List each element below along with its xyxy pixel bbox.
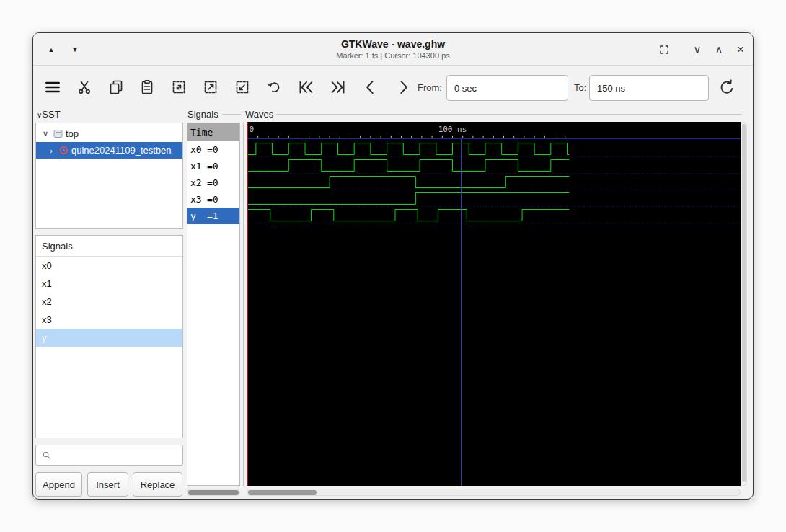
list-item-x0[interactable]: x0 — [36, 257, 182, 275]
close-icon: × — [737, 43, 744, 57]
desktop: ▲ ▼ GTKWave - wave.ghw Marker: 1 fs | Cu… — [0, 0, 786, 532]
paste-button[interactable] — [136, 76, 158, 98]
zoom-fit-button[interactable] — [168, 76, 190, 98]
list-item-x3[interactable]: x3 — [36, 311, 182, 329]
zoom-out-selection-icon — [234, 79, 251, 96]
hamburger-menu-icon — [43, 78, 62, 97]
list-item-x1[interactable]: x1 — [36, 275, 182, 293]
svg-text:0: 0 — [250, 125, 255, 134]
skip-to-end-button[interactable] — [327, 76, 349, 98]
reload-icon — [717, 78, 736, 97]
scrollbar-thumb[interactable] — [248, 490, 317, 495]
list-item-x2[interactable]: x2 — [36, 293, 182, 311]
marker-cursor-status: Marker: 1 fs | Cursor: 104300 ps — [33, 51, 753, 60]
menu-button[interactable] — [42, 76, 63, 98]
clipboard-paste-icon — [138, 79, 156, 96]
chevron-left-icon — [361, 78, 380, 97]
pane-splitter[interactable] — [243, 123, 244, 486]
signals-frame-label: Signals — [187, 109, 218, 120]
zoom-undo-button[interactable] — [263, 76, 285, 98]
expander-open-icon: ∨ — [40, 129, 50, 138]
replace-button[interactable]: Replace — [133, 472, 182, 497]
maximize-button[interactable]: ∧ — [710, 40, 728, 59]
sst-header[interactable]: ∨SST — [37, 109, 61, 120]
frame-line — [222, 114, 241, 115]
chevron-up-icon: ∧ — [715, 43, 723, 56]
module-icon — [53, 129, 63, 138]
sst-node-top[interactable]: ∨ top — [36, 125, 182, 142]
sst-tree-panel: ∨ top › quine20241109_testben — [35, 123, 183, 229]
search-input[interactable] — [56, 445, 182, 465]
signal-name-pane: Time x0=0 x1=0 x2=0 x3=0 y=1 — [187, 123, 240, 486]
zoom-in-button[interactable] — [200, 76, 221, 98]
insert-button[interactable]: Insert — [87, 472, 128, 497]
expander-closed-icon: › — [46, 146, 56, 155]
search-icon — [42, 450, 51, 461]
waves-frame-label: Waves — [245, 109, 273, 120]
signal-list-header: Signals — [36, 236, 182, 257]
list-item-y[interactable]: y — [36, 329, 182, 347]
skip-to-start-button[interactable] — [295, 76, 317, 98]
to-label: To: — [574, 82, 586, 93]
copy-button[interactable] — [105, 76, 127, 98]
signal-row-x0[interactable]: x0=0 — [187, 141, 239, 158]
from-label: From: — [418, 82, 442, 93]
fit-window-icon — [656, 42, 672, 58]
previous-edge-button[interactable] — [360, 76, 381, 98]
window-title: GTKWave - wave.ghw — [33, 38, 753, 50]
signal-row-x3[interactable]: x3=0 — [187, 191, 239, 208]
waveform-svg: 0100 ns — [247, 122, 741, 486]
names-horizontal-scrollbar[interactable] — [187, 489, 240, 496]
chevron-right-icon — [394, 78, 412, 97]
zoom-fit-icon — [170, 79, 187, 96]
signal-search-box — [35, 445, 183, 466]
skip-end-icon — [329, 78, 348, 97]
scrollbar-thumb[interactable] — [188, 490, 239, 495]
component-icon — [59, 146, 69, 155]
scrollbar-thumb[interactable] — [742, 124, 746, 482]
titlebar[interactable]: ▲ ▼ GTKWave - wave.ghw Marker: 1 fs | Cu… — [33, 33, 753, 66]
skip-start-icon — [296, 78, 315, 97]
svg-text:100 ns: 100 ns — [438, 125, 467, 134]
gtkwave-window: ▲ ▼ GTKWave - wave.ghw Marker: 1 fs | Cu… — [32, 32, 754, 500]
tree-node-label: top — [66, 128, 79, 139]
from-input[interactable] — [446, 75, 568, 101]
chevron-down-icon: ∨ — [694, 43, 702, 56]
zoom-in-selection-icon — [202, 79, 219, 96]
reload-button[interactable] — [716, 76, 738, 98]
restore-window-button[interactable] — [655, 40, 674, 59]
to-input[interactable] — [589, 75, 709, 101]
waveform-canvas[interactable]: 0100 ns — [247, 122, 741, 486]
minimize-button[interactable]: ∨ — [688, 40, 707, 59]
copy-icon — [107, 79, 125, 96]
waves-horizontal-scrollbar[interactable] — [247, 489, 741, 496]
time-header[interactable]: Time — [187, 123, 239, 141]
next-edge-button[interactable] — [392, 76, 414, 98]
cut-button[interactable] — [74, 76, 95, 98]
undo-arrow-icon — [265, 79, 283, 96]
signal-row-y[interactable]: y=1 — [187, 208, 239, 224]
close-button[interactable]: × — [731, 40, 750, 59]
append-button[interactable]: Append — [35, 472, 82, 497]
signal-row-x2[interactable]: x2=0 — [187, 174, 239, 191]
sst-node-testbench[interactable]: › quine20241109_testben — [36, 142, 182, 159]
waves-vertical-scrollbar[interactable] — [741, 122, 747, 486]
frame-line — [276, 114, 742, 115]
tree-node-label: quine20241109_testben — [71, 145, 172, 156]
scissors-icon — [76, 79, 93, 96]
signal-row-x1[interactable]: x1=0 — [187, 158, 239, 174]
signal-list-panel: Signals x0 x1 x2 x3 y — [35, 235, 183, 438]
zoom-out-button[interactable] — [231, 76, 253, 98]
